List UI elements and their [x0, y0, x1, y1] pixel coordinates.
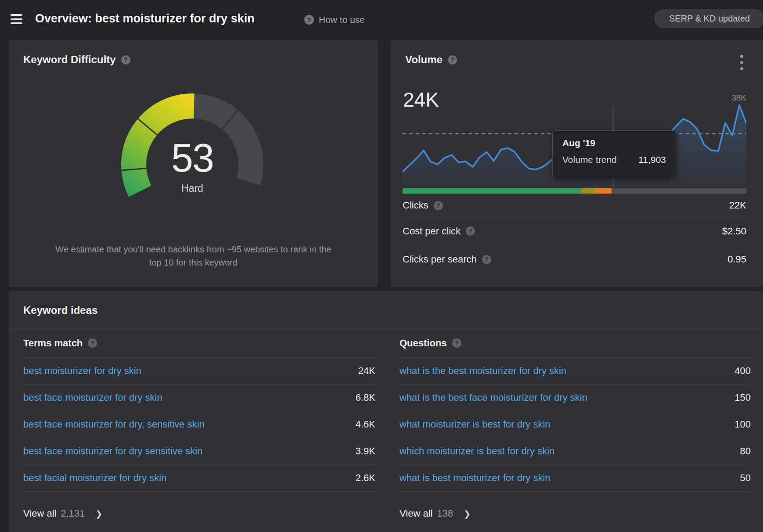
kd-score: 53 — [9, 142, 376, 174]
chevron-right-icon — [95, 509, 102, 519]
how-to-use-label: How to use — [319, 14, 365, 25]
tooltip-series-label: Volume trend — [562, 155, 617, 165]
keyword-link[interactable]: what is the best moisturizer for dry ski… — [399, 365, 566, 377]
tooltip-month: Aug '19 — [562, 138, 666, 148]
chart-tooltip: Aug '19 Volume trend 11,903 — [552, 130, 676, 177]
kd-level: Hard — [9, 183, 376, 194]
keyword-difficulty-card: Keyword Difficulty 53 Hard We estimate t… — [9, 40, 378, 287]
keyword-link[interactable]: best moisturizer for dry skin — [23, 365, 141, 377]
kd-description: We estimate that you’ll need backlinks f… — [26, 243, 360, 269]
keyword-volume: 4.6K — [356, 419, 375, 430]
page-title: Overview: best moisturizer for dry skin — [35, 12, 255, 25]
keyword-link[interactable]: what moisturizer is best for dry skin — [399, 419, 551, 430]
metric-row-cost-per-click: Cost per click$2.50 — [403, 217, 746, 245]
kd-description-line1: We estimate that you’ll need backlinks f… — [26, 243, 360, 256]
keyword-row: which moisturizer is best for dry skin80 — [399, 438, 751, 465]
kebab-menu-icon[interactable] — [735, 53, 748, 72]
clicks-distribution-bar — [403, 188, 746, 194]
metric-label: Clicks per search — [403, 254, 491, 265]
volume-title-text: Volume — [405, 54, 443, 66]
volume-card-title: Volume — [405, 54, 457, 66]
metric-row-clicks: Clicks22K — [403, 194, 746, 217]
view-all-count: 2,131 — [61, 508, 85, 519]
keyword-link[interactable]: best face moisturizer for dry, sensitive… — [23, 419, 205, 430]
column-help-icon[interactable] — [88, 338, 97, 348]
keyword-row: best face moisturizer for dry, sensitive… — [23, 411, 375, 438]
keyword-volume: 100 — [734, 419, 751, 430]
terms-match-column: Terms matchbest moisturizer for dry skin… — [23, 329, 375, 532]
volume-metrics-list: Clicks22KCost per click$2.50Clicks per s… — [403, 194, 746, 273]
keyword-link[interactable]: what is best moisturizer for dry skin — [399, 472, 551, 484]
hamburger-menu-icon[interactable] — [11, 14, 22, 24]
chevron-right-icon — [464, 509, 471, 519]
serp-kd-updated-badge[interactable]: SERP & KD updated — [654, 9, 763, 28]
keyword-row: what is best moisturizer for dry skin50 — [399, 465, 751, 492]
tooltip-value: 11,903 — [638, 155, 666, 165]
column-header: Questions — [399, 329, 751, 358]
keyword-volume: 24K — [358, 365, 375, 377]
metric-value: 0.95 — [727, 254, 746, 265]
keyword-volume: 400 — [734, 365, 751, 377]
metric-label: Clicks — [403, 200, 443, 211]
bar-segment-green — [403, 188, 581, 194]
keyword-volume: 50 — [740, 472, 751, 484]
keyword-row: what is the best moisturizer for dry ski… — [399, 358, 751, 385]
bar-segment-gray — [612, 188, 746, 194]
questions-column: Questionswhat is the best moisturizer fo… — [399, 329, 751, 532]
keyword-link[interactable]: best face moisturizer for dry sensitive … — [23, 446, 202, 457]
help-icon[interactable] — [304, 15, 314, 25]
keyword-ideas-title: Keyword ideas — [23, 304, 97, 316]
column-header: Terms match — [23, 329, 375, 358]
metric-help-icon[interactable] — [466, 226, 475, 236]
view-all-button[interactable]: View all138 — [399, 492, 751, 532]
column-help-icon[interactable] — [452, 338, 461, 348]
how-to-use[interactable]: How to use — [304, 14, 365, 25]
keyword-volume: 2.6K — [356, 472, 375, 484]
keyword-volume: 6.8K — [356, 392, 375, 403]
view-all-count: 138 — [437, 508, 453, 519]
keyword-row: best moisturizer for dry skin24K — [23, 358, 375, 385]
metric-help-icon[interactable] — [482, 255, 491, 264]
metric-row-clicks-per-search: Clicks per search0.95 — [403, 245, 746, 273]
keyword-link[interactable]: what is the best face moisturizer for dr… — [399, 392, 587, 403]
keyword-link[interactable]: best facial moisturizer for dry skin — [23, 472, 166, 484]
keyword-overview-page: Overview: best moisturizer for dry skin … — [0, 0, 763, 532]
keyword-row: best face moisturizer for dry skin6.8K — [23, 385, 375, 411]
bar-segment-olive — [581, 188, 595, 194]
view-all-button[interactable]: View all2,131 — [23, 492, 375, 532]
keyword-ideas-card: Keyword ideas Terms matchbest moisturize… — [9, 291, 763, 532]
metric-label: Cost per click — [403, 226, 475, 237]
keyword-volume: 3.9K — [356, 446, 375, 457]
keyword-link[interactable]: best face moisturizer for dry skin — [23, 392, 162, 403]
volume-card: Volume 24K 38K Aug '19 Volume trend 11,9… — [391, 40, 763, 287]
keyword-volume: 150 — [734, 392, 751, 403]
metric-value: $2.50 — [722, 226, 746, 237]
keyword-row: best face moisturizer for dry sensitive … — [23, 438, 375, 465]
metric-help-icon[interactable] — [434, 201, 443, 210]
metric-value: 22K — [729, 200, 746, 211]
kd-description-line2: top 10 for this keyword — [26, 256, 360, 269]
keyword-link[interactable]: which moisturizer is best for dry skin — [399, 446, 554, 457]
top-bar: Overview: best moisturizer for dry skin … — [0, 0, 763, 40]
bar-segment-orange — [595, 188, 612, 194]
keyword-row: what moisturizer is best for dry skin100 — [399, 411, 751, 438]
volume-help-icon[interactable] — [448, 55, 457, 65]
keyword-row: what is the best face moisturizer for dr… — [399, 385, 751, 411]
keyword-row: best facial moisturizer for dry skin2.6K — [23, 465, 375, 492]
keyword-volume: 80 — [740, 446, 751, 457]
